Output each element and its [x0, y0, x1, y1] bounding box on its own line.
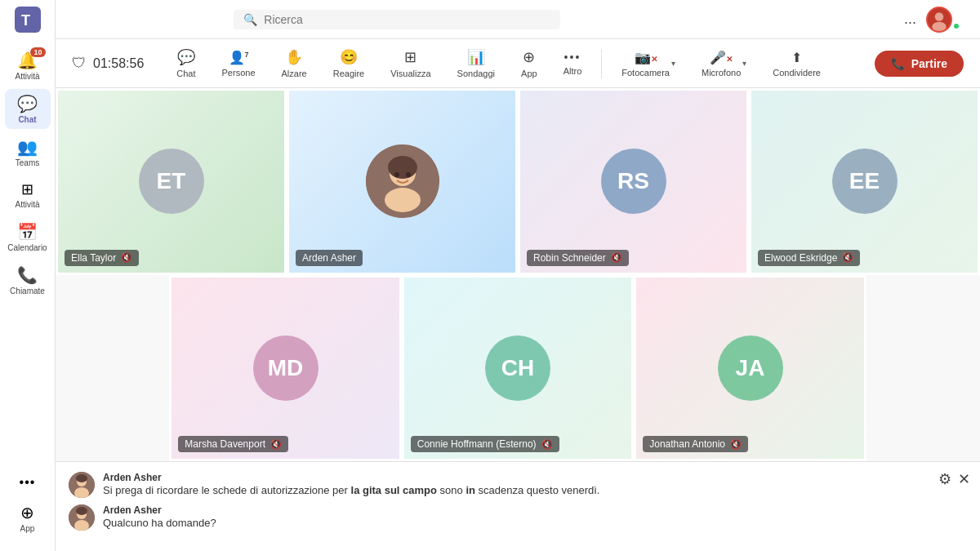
sidebar-item-teams[interactable]: 👥 Teams — [5, 132, 51, 172]
online-indicator — [952, 22, 960, 30]
avatar-elwood-eskridge: EE — [832, 149, 898, 214]
toolbar-altro-button[interactable]: ••• Altro — [550, 46, 595, 81]
toolbar-altro-label: Altro — [564, 66, 582, 76]
sidebar-item-label: Attività — [15, 200, 39, 209]
phone-icon: 📞 — [17, 265, 38, 285]
svg-point-4 — [932, 21, 947, 31]
chat-header-icons: ⚙ ✕ — [938, 470, 970, 488]
toolbar-mic-label: Microfono — [702, 68, 741, 78]
chat-sender-2: Arden Asher — [103, 504, 216, 516]
toolbar-reagire-label: Reagire — [333, 69, 365, 78]
participant-name: Robin Schneider — [533, 252, 606, 264]
svg-point-9 — [394, 172, 399, 177]
toolbar-camera-button[interactable]: 📷✕ Fotocamera ▾ — [608, 45, 688, 82]
avatar-robin-schneider: RS — [601, 149, 666, 214]
search-input[interactable] — [264, 13, 550, 26]
user-avatar[interactable] — [926, 7, 952, 33]
video-cell-robin-schneider[interactable]: RS Robin Schneider 🔇 — [518, 88, 749, 275]
more-options-icon[interactable]: ... — [904, 11, 916, 28]
chat-avatar-arden-1 — [69, 472, 95, 498]
sidebar-item-app[interactable]: ⊕ App — [5, 498, 51, 538]
video-cell-elwood-eskridge[interactable]: EE Elwood Eskridge 🔇 — [749, 88, 980, 275]
participant-label-elwood-eskridge: Elwood Eskridge 🔇 — [758, 250, 860, 266]
topbar-right: ... — [904, 7, 970, 33]
notification-badge: 10 — [30, 47, 45, 57]
persone-icon: 👤7 — [229, 50, 249, 65]
participant-label-jonathan-antonio: Jonathan Antonio 🔇 — [643, 436, 748, 452]
svg-point-18 — [76, 507, 87, 515]
end-call-button[interactable]: 📞 Partire — [875, 51, 964, 77]
toolbar-chat-button[interactable]: 💬 Chat — [163, 43, 208, 83]
avatar-jonathan-antonio: JA — [718, 335, 783, 401]
visualizza-icon: ⊞ — [404, 48, 416, 66]
chat-content-1: Arden Asher Si prega di ricordare le sch… — [103, 472, 599, 498]
svg-point-3 — [935, 12, 944, 21]
toolbar-visualizza-button[interactable]: ⊞ Visualizza — [377, 43, 443, 83]
toolbar-sondaggi-button[interactable]: 📊 Sondaggi — [444, 43, 509, 83]
sidebar-item-label: App — [20, 524, 35, 533]
participant-label-robin-schneider: Robin Schneider 🔇 — [527, 250, 629, 266]
video-cell-ella-taylor[interactable]: ET Ella Taylor 🔇 — [56, 88, 287, 275]
toolbar-alzare-button[interactable]: ✋ Alzare — [269, 43, 320, 83]
svg-point-7 — [385, 188, 421, 212]
calendar-icon: 📅 — [17, 222, 38, 242]
camera-off-icon: 📷✕ — [635, 50, 657, 65]
participant-label-marsha-davenport: Marsha Davenport 🔇 — [178, 436, 288, 452]
plus-icon: ⊕ — [20, 503, 34, 522]
sidebar-item-chat[interactable]: 💬 Chat — [5, 89, 51, 129]
camera-dropdown-arrow[interactable]: ▾ — [671, 59, 675, 68]
toolbar-share-button[interactable]: ⬆ Condividere — [760, 45, 834, 82]
sidebar-item-more[interactable]: ••• — [5, 470, 51, 495]
sidebar-item-attivita2[interactable]: ⊞ Attività — [5, 176, 51, 214]
sidebar-item-label: Chiamate — [10, 287, 45, 295]
sidebar-item-attivita[interactable]: 🔔 Attività 10 — [5, 46, 51, 86]
svg-text:T: T — [21, 12, 30, 29]
end-call-phone-icon: 📞 — [891, 57, 905, 70]
video-row-1: ET Ella Taylor 🔇 — [56, 88, 980, 275]
toolbar-reagire-button[interactable]: 😊 Reagire — [320, 43, 378, 83]
search-bar[interactable]: 🔍 — [234, 10, 560, 29]
search-icon: 🔍 — [243, 13, 257, 26]
video-cell-jonathan-antonio[interactable]: JA Jonathan Antonio 🔇 — [634, 275, 866, 462]
participant-name: Arden Asher — [302, 252, 356, 264]
sidebar-item-chiamate[interactable]: 📞 Chiamate — [5, 260, 51, 300]
shield-icon: 🛡 — [72, 55, 87, 72]
video-cell-connie-hoffmann[interactable]: CH Connie Hoffmann (Esterno) 🔇 — [402, 275, 635, 462]
sidebar-item-label: Chat — [18, 115, 36, 124]
mute-icon-marsha-davenport: 🔇 — [270, 439, 282, 450]
sidebar-item-calendario[interactable]: 📅 Calendario — [5, 217, 51, 257]
video-row-2: MD Marsha Davenport 🔇 CH Connie Hoffmann… — [56, 275, 980, 462]
toolbar-items: 💬 Chat 👤7 Persone ✋ Alzare 😊 Reagire ⊞ V… — [163, 43, 874, 83]
participant-label-arden-asher: Arden Asher — [296, 250, 363, 266]
chat-content-2: Arden Asher Qualcuno ha domande? — [103, 504, 216, 531]
participant-label-ella-taylor: Ella Taylor 🔇 — [65, 250, 139, 266]
toolbar-divider — [601, 49, 602, 78]
mic-dropdown-arrow[interactable]: ▾ — [742, 59, 746, 68]
mic-off-icon: 🎤✕ — [710, 50, 733, 65]
participant-name: Connie Hoffmann (Esterno) — [417, 438, 537, 450]
spacer-left — [56, 275, 169, 462]
teams-icon: 👥 — [17, 137, 38, 157]
sondaggi-icon: 📊 — [467, 48, 485, 66]
chat-avatar-arden-2 — [69, 504, 95, 531]
chat-text-1: Si prega di ricordare le schede di autor… — [103, 483, 599, 498]
sidebar-item-label: Teams — [16, 158, 39, 167]
svg-point-8 — [388, 156, 417, 179]
sidebar-item-label: Attività — [15, 72, 39, 81]
close-icon[interactable]: ✕ — [958, 470, 970, 488]
settings-icon[interactable]: ⚙ — [938, 470, 951, 488]
toolbar-mic-button[interactable]: 🎤✕ Microfono ▾ — [688, 45, 760, 82]
more-icon: ••• — [20, 475, 36, 490]
mute-icon-connie-hoffmann: 🔇 — [541, 439, 553, 450]
video-cell-arden-asher[interactable]: Arden Asher — [287, 88, 518, 275]
svg-point-14 — [76, 474, 87, 482]
chat-panel: ⚙ ✕ Arden Asher Si prega di ricordare le… — [56, 461, 980, 551]
toolbar-chat-label: Chat — [176, 69, 195, 78]
call-timer: 01:58:56 — [93, 56, 144, 71]
grid-icon: ⊞ — [21, 180, 33, 198]
toolbar-persone-button[interactable]: 👤7 Persone — [209, 45, 269, 82]
toolbar-app-button[interactable]: ⊕ App — [508, 43, 550, 83]
spacer-right — [866, 275, 980, 462]
video-cell-marsha-davenport[interactable]: MD Marsha Davenport 🔇 — [169, 275, 402, 462]
toolbar-camera-label: Fotocamera — [621, 68, 670, 78]
